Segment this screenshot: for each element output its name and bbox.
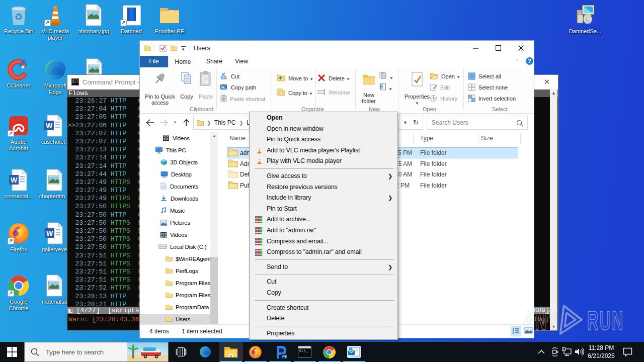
- svg-text:W: W: [11, 176, 18, 184]
- svg-text:w..: w..: [221, 85, 226, 89]
- svg-text:♻: ♻: [14, 12, 23, 22]
- svg-text:W: W: [46, 122, 53, 130]
- svg-text:W: W: [46, 229, 53, 237]
